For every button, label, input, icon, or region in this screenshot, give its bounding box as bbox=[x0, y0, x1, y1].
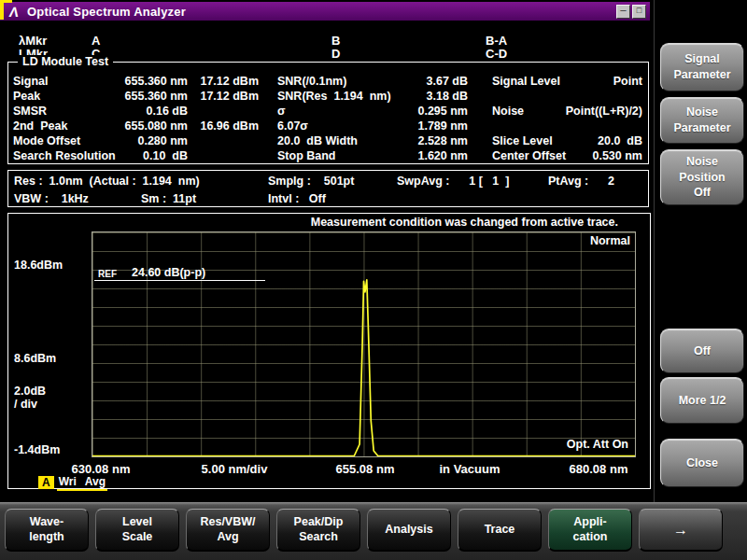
marker-cd-label: C-D bbox=[486, 48, 507, 60]
softkey-off[interactable]: Off bbox=[660, 329, 744, 373]
softkey-noise-position[interactable]: Noise Position Off bbox=[660, 149, 744, 205]
y-axis-label-top: 18.6dBm bbox=[14, 259, 63, 272]
row-value: 3.18 dB bbox=[401, 89, 468, 104]
analysis-row-mode-offset: Mode Offset 0.280 nm 20.0 dB Width 2.528… bbox=[8, 133, 648, 148]
row-label: 2nd Peak bbox=[8, 119, 123, 133]
swpavg-setting: SwpAvg : 1 [ 1 ] bbox=[397, 174, 509, 189]
row-label: Signal bbox=[8, 74, 123, 89]
focus-corner-mark bbox=[0, 0, 4, 20]
trace-mode-badges: Wri Avg bbox=[57, 476, 107, 491]
row-label bbox=[468, 119, 561, 133]
minimize-icon[interactable]: ─ bbox=[616, 5, 630, 19]
ptavg-setting: PtAvg : 2 bbox=[548, 174, 614, 189]
row-value: 655.080 nm bbox=[123, 119, 188, 133]
row-label: σ bbox=[259, 104, 401, 119]
row-value: 655.360 nm bbox=[123, 89, 188, 104]
maximize-icon[interactable]: □ bbox=[632, 5, 646, 19]
function-key-trace[interactable]: Trace bbox=[458, 509, 542, 552]
row-value: 1.789 nm bbox=[401, 119, 468, 133]
function-key-peak-dip-search[interactable]: Peak/Dip Search bbox=[276, 509, 360, 552]
row-value: 16.96 dBm bbox=[188, 119, 259, 133]
softkey-close[interactable]: Close bbox=[660, 439, 744, 487]
row-value: Point((L+R)/2) bbox=[561, 104, 648, 119]
x-axis-medium-label: in Vacuum bbox=[439, 462, 500, 476]
anritsu-logo-icon: Λ bbox=[8, 4, 20, 20]
y-axis-label-mid: 8.6dBm bbox=[14, 353, 56, 365]
marker-a-label: A bbox=[92, 35, 100, 47]
row-value: 17.12 dBm bbox=[188, 89, 259, 104]
sweep-settings-row-2: VBW : 1kHz Sm : 11pt Intvl : Off bbox=[8, 191, 648, 206]
softkey-signal-parameter[interactable]: Signal Parameter bbox=[660, 43, 744, 91]
y-axis-label-bottom: -1.4dBm bbox=[14, 444, 60, 456]
row-label: 20.0 dB Width bbox=[259, 133, 401, 148]
row-value: 2.528 nm bbox=[401, 133, 468, 148]
analysis-row-signal: Signal 655.360 nm 17.12 dBm SNR(/0.1nm) … bbox=[8, 74, 648, 89]
function-key-analysis[interactable]: Analysis bbox=[367, 509, 451, 552]
function-key-bar: Wave- length Level Scale Res/VBW/ Avg Pe… bbox=[0, 502, 747, 560]
osa-screen: Λ Optical Spectrum Analyzer ─ □ 10/14/20… bbox=[0, 0, 747, 560]
softkey-panel: Signal Parameter Noise Parameter Noise P… bbox=[654, 0, 747, 502]
sm-setting: Sm : 11pt bbox=[141, 191, 196, 206]
trace-mode-label: Normal bbox=[590, 234, 630, 247]
graph-box: Measurement condition was changed from a… bbox=[7, 213, 651, 489]
row-label: Center Offset bbox=[468, 148, 561, 163]
analysis-title: LD Module Test bbox=[18, 55, 113, 68]
softkey-more[interactable]: More 1/2 bbox=[660, 377, 744, 424]
row-label: Stop Band bbox=[259, 148, 401, 163]
ref-label: REF bbox=[98, 269, 117, 279]
reference-level-line: REF 24.60 dB(p-p) bbox=[94, 266, 265, 281]
trace-avg-badge: Avg bbox=[85, 476, 106, 488]
row-value bbox=[561, 89, 648, 104]
vbw-setting: VBW : 1kHz bbox=[14, 191, 89, 206]
window-title: Optical Spectrum Analyzer bbox=[27, 5, 186, 19]
row-label: Search Resolution bbox=[8, 148, 123, 163]
row-value: Point bbox=[561, 74, 648, 89]
window-controls: ─ □ bbox=[616, 5, 646, 19]
row-label: SNR(Res 1.194 nm) bbox=[259, 89, 401, 104]
x-axis-scale-label: 5.00 nm/div bbox=[202, 462, 268, 476]
y-axis-scale-label: 2.0dB bbox=[14, 385, 46, 398]
analysis-row-search-resolution: Search Resolution 0.10 dB Stop Band 1.62… bbox=[8, 148, 648, 163]
row-label: SNR(/0.1nm) bbox=[259, 74, 401, 89]
row-label: Slice Level bbox=[468, 133, 561, 148]
row-label: SMSR bbox=[8, 104, 123, 119]
function-key-next-page-arrow-icon[interactable]: → bbox=[639, 509, 723, 552]
marker-b-label: B bbox=[331, 35, 340, 47]
analysis-row-smsr: SMSR 0.16 dB σ 0.295 nm Noise Point((L+R… bbox=[8, 104, 648, 119]
softkey-noise-parameter[interactable]: Noise Parameter bbox=[660, 97, 744, 144]
row-value bbox=[188, 104, 259, 119]
x-axis-label-left: 630.08 nm bbox=[72, 462, 131, 476]
focus-corner-mark-top bbox=[0, 0, 12, 3]
row-label: 6.07σ bbox=[259, 119, 401, 133]
row-value bbox=[188, 148, 259, 163]
row-label: Signal Level bbox=[468, 74, 561, 89]
analysis-row-2nd-peak: 2nd Peak 655.080 nm 16.96 dBm 6.07σ 1.78… bbox=[8, 119, 648, 133]
analysis-results-box: LD Module Test Signal 655.360 nm 17.12 d… bbox=[7, 62, 649, 164]
intvl-setting: Intvl : Off bbox=[268, 191, 326, 206]
marker-d-label: D bbox=[331, 48, 340, 60]
x-axis-label-center: 655.08 nm bbox=[336, 462, 395, 476]
measurement-warning-message: Measurement condition was changed from a… bbox=[311, 216, 618, 229]
row-label bbox=[468, 89, 561, 104]
row-value: 17.12 dBm bbox=[188, 74, 259, 89]
ref-value: 24.60 dB(p-p) bbox=[132, 266, 205, 279]
row-label: Mode Offset bbox=[8, 133, 123, 148]
trace-write-badge: Wri bbox=[59, 476, 77, 488]
row-value: 1.620 nm bbox=[401, 148, 468, 163]
row-label: Noise bbox=[468, 104, 561, 119]
spectrum-plot-area[interactable]: Normal REF 24.60 dB(p-p) Opt. Att On bbox=[92, 231, 636, 457]
optical-attenuator-status: Opt. Att On bbox=[567, 438, 628, 451]
analysis-row-peak: Peak 655.360 nm 17.12 dBm SNR(Res 1.194 … bbox=[8, 89, 648, 104]
row-value: 0.530 nm bbox=[561, 148, 648, 163]
row-value: 0.10 dB bbox=[123, 148, 188, 163]
res-setting: Res : 1.0nm (Actual : 1.194 nm) bbox=[14, 174, 200, 189]
row-value: 0.280 nm bbox=[123, 133, 188, 148]
function-key-res-vbw-avg[interactable]: Res/VBW/ Avg bbox=[186, 509, 270, 552]
sweep-settings-box: Res : 1.0nm (Actual : 1.194 nm) Smplg : … bbox=[7, 170, 649, 207]
function-key-application[interactable]: Appli- cation bbox=[548, 509, 632, 552]
y-axis-scale-unit: / div bbox=[14, 399, 37, 411]
row-value: 0.295 nm bbox=[401, 104, 468, 119]
active-trace-indicator: A Wri Avg bbox=[38, 476, 107, 491]
function-key-level-scale[interactable]: Level Scale bbox=[95, 509, 179, 552]
function-key-wavelength[interactable]: Wave- length bbox=[5, 509, 89, 552]
